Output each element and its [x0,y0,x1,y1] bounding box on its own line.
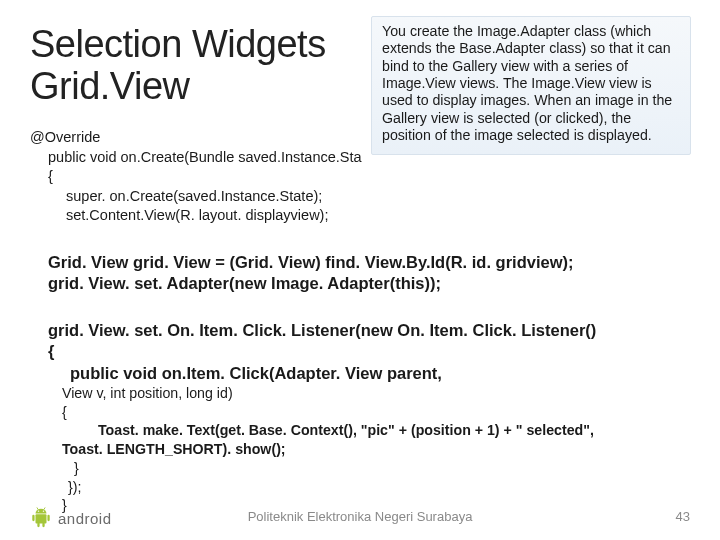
code-line: super. on.Create(saved.Instance.State); [30,187,362,207]
svg-line-6 [44,507,45,509]
footer-institution: Politeknik Elektronika Negeri Surabaya [248,509,473,524]
svg-rect-1 [32,515,34,521]
code-line: Toast. LENGTH_SHORT). show(); [62,440,594,459]
code-block-toast: View v, int position, long id) { Toast. … [62,384,594,515]
code-line: Grid. View grid. View = (Grid. View) fin… [48,252,574,273]
slide: Selection Widgets Grid.View You create t… [0,0,720,540]
code-line: public void on.Create(Bundle saved.Insta… [30,148,362,168]
callout-text: You create the Image.Adapter class (whic… [382,23,672,143]
svg-rect-0 [36,514,47,523]
svg-rect-4 [42,523,44,528]
code-line: View v, int position, long id) [62,384,594,403]
code-line: Toast. make. Text(get. Base. Context(), … [62,421,594,440]
android-logo: android [30,506,112,530]
code-line: public void on.Item. Click(Adapter. View… [48,363,596,384]
callout-box: You create the Image.Adapter class (whic… [371,16,691,155]
code-line: }); [62,478,594,497]
code-line: @Override [30,128,362,148]
page-number: 43 [676,509,690,524]
svg-point-7 [38,510,39,511]
svg-line-5 [37,507,38,509]
code-line: { [48,341,596,362]
logo-text: android [58,510,112,527]
code-block-override: @Override public void on.Create(Bundle s… [30,128,362,226]
code-line: set.Content.View(R. layout. displayview)… [30,206,362,226]
code-block-listener: grid. View. set. On. Item. Click. Listen… [48,320,596,384]
code-line: { [30,167,362,187]
svg-point-8 [43,510,44,511]
android-icon [30,506,52,530]
code-line: grid. View. set. On. Item. Click. Listen… [48,320,596,341]
footer: android Politeknik Elektronika Negeri Su… [0,498,720,534]
svg-rect-2 [47,515,49,521]
code-line: { [62,403,594,422]
svg-rect-3 [37,523,39,528]
code-line: grid. View. set. Adapter(new Image. Adap… [48,273,574,294]
code-block-gridview-setup: Grid. View grid. View = (Grid. View) fin… [48,252,574,295]
code-line: } [62,459,594,478]
